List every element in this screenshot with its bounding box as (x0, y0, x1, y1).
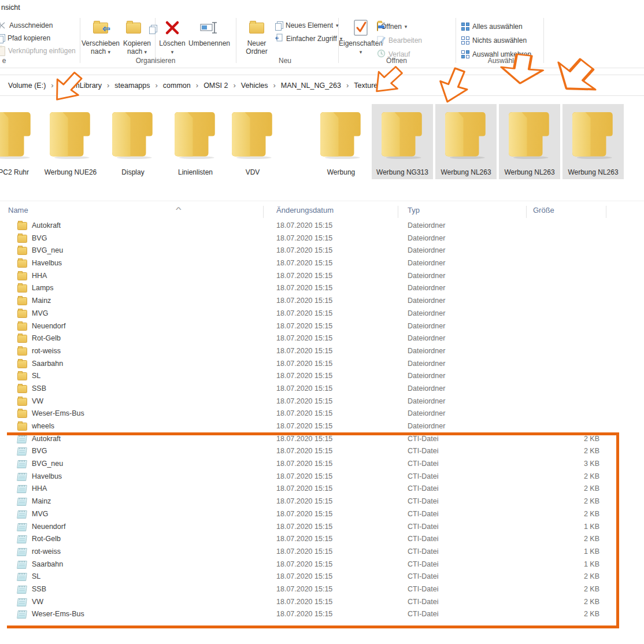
file-row[interactable]: Rot-Gelb 18.07.2020 15:15 Dateiordner (0, 332, 644, 345)
folder-icon (17, 222, 27, 230)
breadcrumb-item[interactable]: steamapps (114, 82, 150, 90)
file-row[interactable]: Autokraft 18.07.2020 15:15 CTI-Datei 2 K… (0, 433, 644, 446)
breadcrumb-item[interactable]: common (163, 82, 191, 90)
file-row[interactable]: Lamps 18.07.2020 15:15 Dateiordner (0, 282, 644, 295)
file-row[interactable]: Havelbus 18.07.2020 15:15 CTI-Datei 2 KB (0, 471, 644, 483)
file-row[interactable]: Rot-Gelb 18.07.2020 15:15 CTI-Datei 2 KB (0, 533, 644, 546)
file-row[interactable]: SSB 18.07.2020 15:15 CTI-Datei 2 KB (0, 583, 644, 596)
file-row[interactable]: SSB 18.07.2020 15:15 Dateiordner (0, 383, 644, 395)
file-row[interactable]: Weser-Ems-Bus 18.07.2020 15:15 Dateiordn… (0, 408, 644, 420)
folder-icon (17, 360, 27, 368)
file-modified-date: 18.07.2020 15:15 (276, 309, 332, 317)
file-size: 2 KB (549, 585, 599, 593)
easy-access-button[interactable]: Einfacher Zugriff ▾ (275, 33, 342, 45)
folder-thumbnail[interactable]: Werbung NG313 (372, 104, 433, 179)
file-row[interactable]: SL 18.07.2020 15:15 CTI-Datei 2 KB (0, 571, 644, 583)
folder-thumbnail[interactable]: Werbung NL263 (499, 104, 560, 179)
file-name: MVG (32, 309, 48, 317)
file-row[interactable]: BVG 18.07.2020 15:15 Dateiordner (0, 232, 644, 245)
folder-thumbnail[interactable]: OPC2 Ruhr (0, 104, 42, 179)
file-row[interactable]: rot-weiss 18.07.2020 15:15 Dateiordner (0, 345, 644, 358)
select-none-button[interactable]: Nichts auswählen (461, 35, 527, 46)
select-all-button[interactable]: Alles auswählen (461, 21, 523, 32)
file-name: Rot-Gelb (32, 334, 61, 342)
file-type: Dateiordner (408, 297, 445, 305)
file-modified-date: 18.07.2020 15:15 (276, 484, 332, 493)
file-row[interactable]: MVG 18.07.2020 15:15 CTI-Datei 2 KB (0, 508, 644, 521)
file-modified-date: 18.07.2020 15:15 (276, 523, 332, 531)
file-size: 2 KB (549, 572, 599, 580)
file-name: SSB (32, 384, 46, 393)
breadcrumb-item[interactable]: Vehicles (241, 82, 268, 90)
delete-button[interactable]: Löschen▾ (158, 17, 186, 55)
file-row[interactable]: BVG_neu 18.07.2020 15:15 CTI-Datei 3 KB (0, 458, 644, 471)
new-item-button[interactable]: Neues Element ▾ (275, 20, 339, 31)
file-name: Autokraft (32, 221, 61, 230)
cti-file-icon (17, 510, 27, 519)
breadcrumb-item[interactable]: Texture (354, 82, 377, 90)
file-type: CTI-Datei (408, 472, 438, 480)
column-divider[interactable] (606, 206, 606, 218)
folder-thumbnail[interactable]: VDV (222, 104, 283, 179)
move-to-icon: ⇦ (93, 17, 108, 38)
column-header-name[interactable]: Name (8, 206, 28, 214)
column-divider[interactable] (398, 206, 398, 218)
file-row[interactable]: Havelbus 18.07.2020 15:15 Dateiordner (0, 257, 644, 270)
properties-button[interactable]: Eigenschaften▾ (342, 17, 379, 55)
copy-to-button[interactable]: Kopieren nach ▾ (120, 17, 154, 55)
file-type: CTI-Datei (408, 560, 438, 568)
breadcrumb-item[interactable]: Volume (E:) (8, 82, 46, 90)
file-row[interactable]: HHA 18.07.2020 15:15 Dateiordner (0, 270, 644, 283)
move-to-button[interactable]: ⇦ Verschieben nach ▾ (82, 17, 119, 55)
column-header-type[interactable]: Typ (408, 206, 420, 214)
file-row[interactable]: Autokraft 18.07.2020 15:15 Dateiordner (0, 220, 644, 232)
column-header-date[interactable]: Änderungsdatum (276, 206, 334, 214)
breadcrumb-item[interactable]: SteamLibrary (59, 82, 102, 90)
file-row[interactable]: Neuendorf 18.07.2020 15:15 CTI-Datei 1 K… (0, 521, 644, 534)
file-name: BVG (32, 447, 47, 455)
file-row[interactable]: VW 18.07.2020 15:15 Dateiordner (0, 395, 644, 408)
file-row[interactable]: Weser-Ems-Bus 18.07.2020 15:15 CTI-Datei… (0, 608, 644, 621)
paste-shortcut-button: Verknüpfung einfügen (0, 45, 76, 57)
file-row[interactable]: wheels 18.07.2020 15:15 Dateiordner (0, 420, 644, 433)
folder-icon (17, 247, 27, 255)
tab-ansicht[interactable]: nsicht (1, 3, 20, 12)
file-row[interactable]: BVG 18.07.2020 15:15 CTI-Datei 2 KB (0, 445, 644, 458)
file-row[interactable]: MVG 18.07.2020 15:15 Dateiordner (0, 308, 644, 320)
file-row[interactable]: Neuendorf 18.07.2020 15:15 Dateiordner (0, 320, 644, 333)
file-row[interactable]: BVG_neu 18.07.2020 15:15 Dateiordner (0, 245, 644, 257)
file-row[interactable]: Mainz 18.07.2020 15:15 Dateiordner (0, 295, 644, 308)
file-row[interactable]: rot-weiss 18.07.2020 15:15 CTI-Datei 1 K… (0, 546, 644, 558)
copy-path-button[interactable]: Pfad kopieren (0, 32, 50, 44)
breadcrumb-separator: › (273, 81, 275, 90)
rename-button[interactable]: Umbenennen (187, 17, 231, 55)
column-divider[interactable] (263, 206, 264, 218)
address-bar[interactable]: Volume (E:)›SteamLibrary›steamapps›commo… (0, 75, 644, 96)
file-name: Neuendorf (32, 523, 65, 531)
folder-thumbnail[interactable]: Werbung NL263 (435, 104, 497, 179)
column-header-size[interactable]: Größe (533, 206, 554, 214)
open-button[interactable]: Öffnen ▾ (377, 21, 407, 32)
column-divider[interactable] (526, 206, 527, 218)
file-row[interactable]: Saarbahn 18.07.2020 15:15 CTI-Datei 1 KB (0, 558, 644, 571)
folder-thumbnail[interactable]: Werbung NL263 (562, 104, 624, 179)
column-headers: Name ^ Änderungsdatum Typ Größe (0, 202, 644, 217)
file-row[interactable]: Saarbahn 18.07.2020 15:15 Dateiordner (0, 358, 644, 371)
new-folder-button[interactable]: Neuer Ordner (240, 17, 273, 55)
folder-thumbnail[interactable]: Linienlisten (165, 104, 226, 179)
file-row[interactable]: VW 18.07.2020 15:15 CTI-Datei 2 KB (0, 596, 644, 609)
file-row[interactable]: HHA 18.07.2020 15:15 CTI-Datei 2 KB (0, 483, 644, 495)
folder-thumbnail[interactable]: Display (102, 104, 164, 179)
folder-icon (17, 235, 27, 243)
cti-file-icon (17, 473, 27, 481)
file-row[interactable]: SL 18.07.2020 15:15 Dateiordner (0, 370, 644, 383)
cut-button[interactable]: Ausschneiden (0, 20, 53, 31)
file-row[interactable]: Mainz 18.07.2020 15:15 CTI-Datei 2 KB (0, 495, 644, 508)
breadcrumb-item[interactable]: MAN_NL_NG_263 (281, 82, 341, 90)
folder-thumbnail[interactable]: Werbung NUE26 (40, 104, 101, 179)
file-type: CTI-Datei (408, 435, 438, 443)
breadcrumb-item[interactable]: OMSI 2 (203, 82, 228, 90)
cti-file-icon (17, 447, 27, 456)
folder-thumbnail[interactable]: Werbung (310, 104, 372, 179)
folder-icon (17, 297, 27, 305)
